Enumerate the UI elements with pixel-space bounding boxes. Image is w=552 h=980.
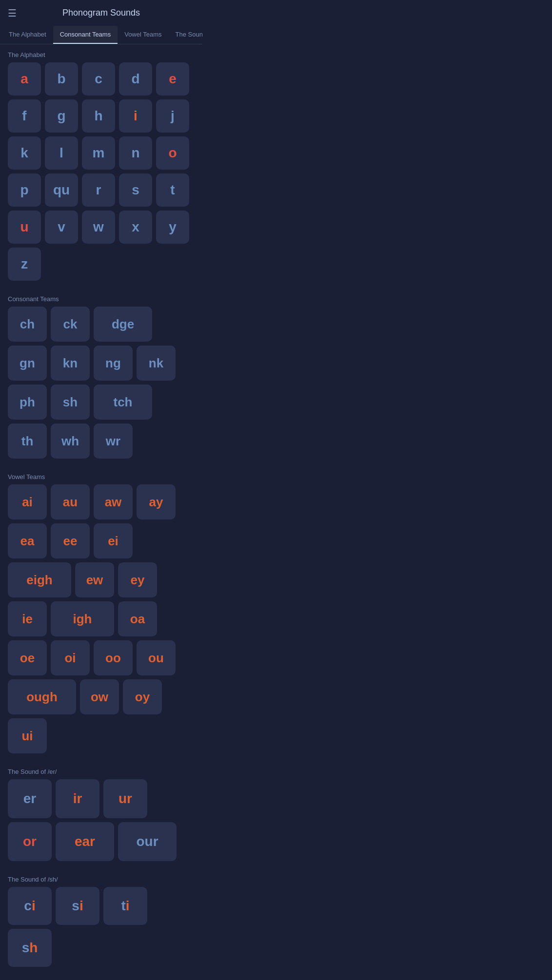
section-label-other-phonograms: Other Phonograms <box>0 975 202 980</box>
tile-ei[interactable]: ei <box>94 523 133 558</box>
tile-wr[interactable]: wr <box>94 423 133 459</box>
tile-ir-text: ir <box>73 791 82 807</box>
tile-l[interactable]: l <box>45 136 78 170</box>
tile-oe[interactable]: oe <box>8 640 47 675</box>
sound-sh-grid: ci si ti sh <box>0 887 202 975</box>
tile-ee[interactable]: ee <box>51 523 90 558</box>
tile-ck[interactable]: ck <box>51 307 90 342</box>
section-label-alphabet: The Alphabet <box>0 44 202 62</box>
tile-v[interactable]: v <box>45 211 78 244</box>
tile-ew[interactable]: ew <box>75 562 114 597</box>
tile-ey[interactable]: ey <box>118 562 157 597</box>
tile-si-i: i <box>79 898 83 914</box>
tile-ci-c: c <box>24 898 32 914</box>
tile-er[interactable]: er <box>8 779 52 818</box>
tile-eigh[interactable]: eigh <box>8 562 71 597</box>
tile-sh-sh-s: s <box>22 940 30 956</box>
tile-oy[interactable]: oy <box>123 679 162 714</box>
tile-gn[interactable]: gn <box>8 346 47 381</box>
tile-s[interactable]: s <box>119 173 152 207</box>
tile-p[interactable]: p <box>8 173 41 207</box>
tile-h[interactable]: h <box>82 99 115 133</box>
tile-ay[interactable]: ay <box>137 484 176 519</box>
tile-u[interactable]: u <box>8 211 41 244</box>
tile-ear-er[interactable]: ear <box>56 822 114 861</box>
section-label-sound-er: The Sound of /er/ <box>0 761 202 779</box>
tile-ci[interactable]: ci <box>8 887 52 925</box>
tile-ea[interactable]: ea <box>8 523 47 558</box>
tile-aw[interactable]: aw <box>94 484 133 519</box>
tile-kn[interactable]: kn <box>51 346 90 381</box>
menu-icon[interactable]: ☰ <box>8 7 17 19</box>
tile-w[interactable]: w <box>82 211 115 244</box>
tile-j[interactable]: j <box>156 99 189 133</box>
tab-vowel-teams[interactable]: Vowel Teams <box>118 26 168 44</box>
tile-z[interactable]: z <box>8 248 41 281</box>
tile-n[interactable]: n <box>119 136 152 170</box>
tile-ti-t: t <box>121 898 125 914</box>
tile-b[interactable]: b <box>45 62 78 96</box>
tile-oo[interactable]: oo <box>94 640 133 675</box>
tile-our-er[interactable]: our <box>118 822 177 861</box>
tile-a[interactable]: a <box>8 62 41 96</box>
tile-oi[interactable]: oi <box>51 640 90 675</box>
tile-ti[interactable]: ti <box>103 887 147 925</box>
tile-e[interactable]: e <box>156 62 189 96</box>
tile-ci-i: i <box>32 898 36 914</box>
tile-ear-er-text: ear <box>75 834 95 849</box>
tile-r[interactable]: r <box>82 173 115 207</box>
tile-x[interactable]: x <box>119 211 152 244</box>
tab-the-alphabet[interactable]: The Alphabet <box>2 26 53 44</box>
vowel-teams-grid: ai au aw ay ea ee ei eigh ew ey ie igh o… <box>0 484 202 761</box>
tile-c[interactable]: c <box>82 62 115 96</box>
tile-ie[interactable]: ie <box>8 601 47 636</box>
tile-ough[interactable]: ough <box>8 679 76 714</box>
tile-ir[interactable]: ir <box>56 779 99 818</box>
tile-f[interactable]: f <box>8 99 41 133</box>
tile-k[interactable]: k <box>8 136 41 170</box>
tile-or-er[interactable]: or <box>8 822 52 861</box>
tile-th[interactable]: th <box>8 423 47 459</box>
tile-i[interactable]: i <box>119 99 152 133</box>
tile-d[interactable]: d <box>119 62 152 96</box>
page-title: Phonogram Sounds <box>62 8 140 18</box>
tile-ai[interactable]: ai <box>8 484 47 519</box>
tile-nk[interactable]: nk <box>137 346 176 381</box>
sound-er-grid: er ir ur or ear our <box>0 779 202 869</box>
tile-ur[interactable]: ur <box>103 779 147 818</box>
tile-ph[interactable]: ph <box>8 384 47 420</box>
tile-sh-cons[interactable]: sh <box>51 384 90 420</box>
tile-ti-i: i <box>126 898 130 914</box>
consonant-teams-grid: ch ck dge gn kn ng nk ph sh tch th wh wr <box>0 307 202 466</box>
tile-y[interactable]: y <box>156 211 189 244</box>
tab-sound-er[interactable]: The Sound of /er/ <box>169 26 202 44</box>
tile-si-s: s <box>72 898 79 914</box>
section-label-consonant-teams: Consonant Teams <box>0 288 202 307</box>
tile-ow[interactable]: ow <box>80 679 119 714</box>
tile-ng[interactable]: ng <box>94 346 133 381</box>
alphabet-grid: a b c d e f g h i j k l m n o p qu r s t… <box>0 62 202 288</box>
tile-dge[interactable]: dge <box>94 307 152 342</box>
tile-o[interactable]: o <box>156 136 189 170</box>
tile-tch[interactable]: tch <box>94 384 152 420</box>
tile-igh[interactable]: igh <box>51 601 114 636</box>
tile-qu[interactable]: qu <box>45 173 78 207</box>
tile-or-er-text: or <box>23 834 37 849</box>
tile-au[interactable]: au <box>51 484 90 519</box>
tile-ou[interactable]: ou <box>137 640 176 675</box>
tile-ch[interactable]: ch <box>8 307 47 342</box>
tile-wh[interactable]: wh <box>51 423 90 459</box>
tile-t[interactable]: t <box>156 173 189 207</box>
tile-si[interactable]: si <box>56 887 99 925</box>
tile-oa[interactable]: oa <box>118 601 157 636</box>
tile-ui[interactable]: ui <box>8 718 47 753</box>
tab-consonant-teams[interactable]: Consonant Teams <box>53 26 118 44</box>
tile-m[interactable]: m <box>82 136 115 170</box>
tile-g[interactable]: g <box>45 99 78 133</box>
section-label-sound-sh: The Sound of /sh/ <box>0 869 202 887</box>
nav-tabs: The Alphabet Consonant Teams Vowel Teams… <box>0 26 202 44</box>
tile-sh-sh-h: h <box>29 940 38 956</box>
tile-sh-sh[interactable]: sh <box>8 929 52 967</box>
section-label-vowel-teams: Vowel Teams <box>0 466 202 484</box>
tile-er-text: er <box>23 791 36 807</box>
